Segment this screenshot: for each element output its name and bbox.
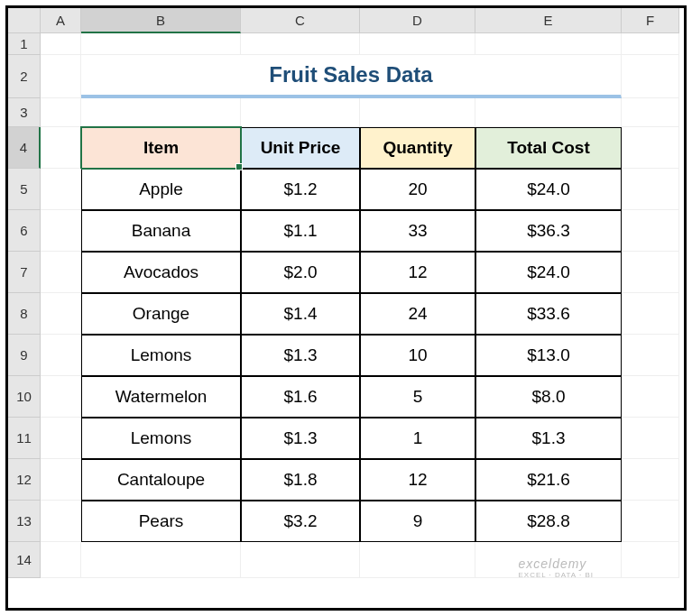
data-cell-C11[interactable]: $1.3: [241, 418, 360, 459]
data-cell-B13[interactable]: Pears: [81, 501, 241, 542]
row-header-13[interactable]: 13: [8, 501, 41, 542]
data-cell-C8[interactable]: $1.4: [241, 293, 360, 335]
select-all-corner[interactable]: [8, 8, 41, 33]
cell-B14[interactable]: [81, 542, 241, 578]
cell-F5[interactable]: [622, 169, 679, 210]
data-cell-D9[interactable]: 10: [360, 335, 475, 376]
cell-F3[interactable]: [622, 98, 679, 127]
spreadsheet-grid[interactable]: ABCDEF12Fruit Sales Data34ItemUnit Price…: [8, 8, 684, 578]
cell-A4[interactable]: [41, 127, 81, 169]
data-cell-B12[interactable]: Cantaloupe: [81, 459, 241, 501]
data-cell-E13[interactable]: $28.8: [475, 501, 622, 542]
title-cell[interactable]: Fruit Sales Data: [81, 55, 622, 98]
data-cell-E8[interactable]: $33.6: [475, 293, 622, 335]
data-cell-E11[interactable]: $1.3: [475, 418, 622, 459]
row-header-3[interactable]: 3: [8, 98, 41, 127]
cell-D3[interactable]: [360, 98, 475, 127]
header-item[interactable]: Item: [81, 127, 241, 169]
cell-F8[interactable]: [622, 293, 679, 335]
cell-F9[interactable]: [622, 335, 679, 376]
cell-F2[interactable]: [622, 55, 679, 98]
cell-F6[interactable]: [622, 210, 679, 252]
cell-C14[interactable]: [241, 542, 360, 578]
cell-A6[interactable]: [41, 210, 81, 252]
row-header-6[interactable]: 6: [8, 210, 41, 252]
cell-A9[interactable]: [41, 335, 81, 376]
row-header-12[interactable]: 12: [8, 459, 41, 501]
cell-B1[interactable]: [81, 33, 241, 55]
cell-C3[interactable]: [241, 98, 360, 127]
cell-A14[interactable]: [41, 542, 81, 578]
cell-F7[interactable]: [622, 252, 679, 293]
data-cell-B7[interactable]: Avocados: [81, 252, 241, 293]
cell-F1[interactable]: [622, 33, 679, 55]
data-cell-B9[interactable]: Lemons: [81, 335, 241, 376]
data-cell-E5[interactable]: $24.0: [475, 169, 622, 210]
data-cell-B6[interactable]: Banana: [81, 210, 241, 252]
data-cell-C7[interactable]: $2.0: [241, 252, 360, 293]
cell-E1[interactable]: [475, 33, 622, 55]
data-cell-C12[interactable]: $1.8: [241, 459, 360, 501]
data-cell-D11[interactable]: 1: [360, 418, 475, 459]
cell-F10[interactable]: [622, 376, 679, 418]
cell-D1[interactable]: [360, 33, 475, 55]
col-header-F[interactable]: F: [622, 8, 679, 33]
data-cell-E12[interactable]: $21.6: [475, 459, 622, 501]
data-cell-D13[interactable]: 9: [360, 501, 475, 542]
data-cell-D6[interactable]: 33: [360, 210, 475, 252]
data-cell-D7[interactable]: 12: [360, 252, 475, 293]
row-header-1[interactable]: 1: [8, 33, 41, 55]
header-quantity[interactable]: Quantity: [360, 127, 475, 169]
data-cell-B5[interactable]: Apple: [81, 169, 241, 210]
row-header-7[interactable]: 7: [8, 252, 41, 293]
data-cell-E9[interactable]: $13.0: [475, 335, 622, 376]
cell-F11[interactable]: [622, 418, 679, 459]
cell-A1[interactable]: [41, 33, 81, 55]
cell-A12[interactable]: [41, 459, 81, 501]
cell-F13[interactable]: [622, 501, 679, 542]
row-header-4[interactable]: 4: [8, 127, 41, 169]
data-cell-B11[interactable]: Lemons: [81, 418, 241, 459]
data-cell-B8[interactable]: Orange: [81, 293, 241, 335]
row-header-2[interactable]: 2: [8, 55, 41, 98]
cell-A5[interactable]: [41, 169, 81, 210]
cell-F4[interactable]: [622, 127, 679, 169]
row-header-5[interactable]: 5: [8, 169, 41, 210]
row-header-8[interactable]: 8: [8, 293, 41, 335]
data-cell-E10[interactable]: $8.0: [475, 376, 622, 418]
data-cell-D12[interactable]: 12: [360, 459, 475, 501]
data-cell-C6[interactable]: $1.1: [241, 210, 360, 252]
data-cell-E7[interactable]: $24.0: [475, 252, 622, 293]
row-header-11[interactable]: 11: [8, 418, 41, 459]
header-total-cost[interactable]: Total Cost: [475, 127, 622, 169]
col-header-D[interactable]: D: [360, 8, 475, 33]
row-header-9[interactable]: 9: [8, 335, 41, 376]
cell-A7[interactable]: [41, 252, 81, 293]
col-header-A[interactable]: A: [41, 8, 81, 33]
col-header-B[interactable]: B: [81, 8, 241, 33]
data-cell-D8[interactable]: 24: [360, 293, 475, 335]
cell-A11[interactable]: [41, 418, 81, 459]
col-header-C[interactable]: C: [241, 8, 360, 33]
data-cell-E6[interactable]: $36.3: [475, 210, 622, 252]
data-cell-D5[interactable]: 20: [360, 169, 475, 210]
header-unit-price[interactable]: Unit Price: [241, 127, 360, 169]
cell-C1[interactable]: [241, 33, 360, 55]
row-header-14[interactable]: 14: [8, 542, 41, 578]
data-cell-C5[interactable]: $1.2: [241, 169, 360, 210]
cell-B3[interactable]: [81, 98, 241, 127]
col-header-E[interactable]: E: [475, 8, 622, 33]
cell-A3[interactable]: [41, 98, 81, 127]
cell-A8[interactable]: [41, 293, 81, 335]
data-cell-D10[interactable]: 5: [360, 376, 475, 418]
cell-A10[interactable]: [41, 376, 81, 418]
cell-A2[interactable]: [41, 55, 81, 98]
data-cell-C10[interactable]: $1.6: [241, 376, 360, 418]
data-cell-B10[interactable]: Watermelon: [81, 376, 241, 418]
cell-F12[interactable]: [622, 459, 679, 501]
cell-A13[interactable]: [41, 501, 81, 542]
cell-D14[interactable]: [360, 542, 475, 578]
data-cell-C9[interactable]: $1.3: [241, 335, 360, 376]
cell-E3[interactable]: [475, 98, 622, 127]
row-header-10[interactable]: 10: [8, 376, 41, 418]
